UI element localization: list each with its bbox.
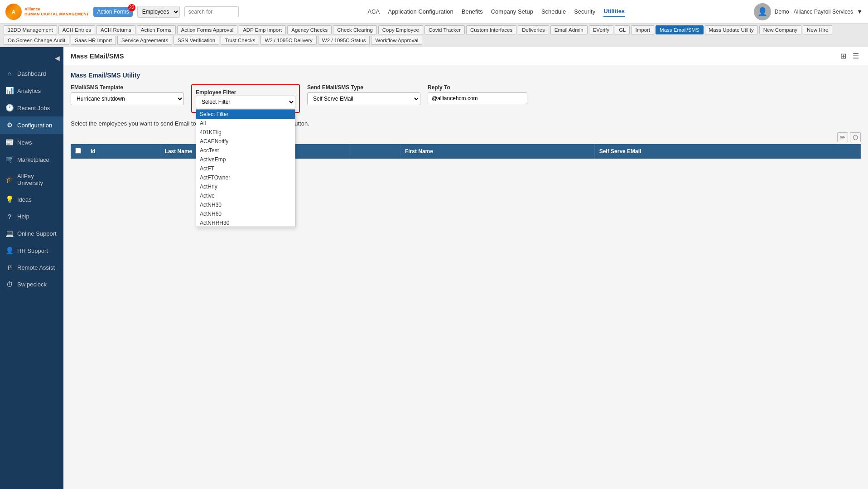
subnav-btn-action-forms-approval[interactable]: Action Forms Approval — [177, 25, 238, 34]
filter-option-11[interactable]: ActNH60 — [196, 209, 295, 218]
send-type-select[interactable]: Self Serve EMail SMS Both — [307, 92, 420, 105]
grid-view-button[interactable]: ⊞ — [839, 51, 848, 61]
nav-item-aca[interactable]: ACA — [367, 6, 380, 17]
filter-option-4[interactable]: AccTest — [196, 146, 295, 155]
filter-select[interactable]: Select Filter — [196, 96, 295, 108]
filter-option-0[interactable]: Select Filter — [196, 110, 295, 119]
sidebar-item-news[interactable]: 📰News — [0, 134, 63, 151]
subnav-btn-trust-checks[interactable]: Trust Checks — [221, 36, 259, 45]
sidebar-label-recent-jobs: Recent Jobs — [17, 105, 50, 111]
subnav-btn-ach-returns[interactable]: ACH Returns — [96, 25, 135, 34]
user-dropdown-icon[interactable]: ▼ — [857, 8, 863, 15]
subnav-btn-email-admin[interactable]: Email Admin — [550, 25, 588, 34]
filter-option-3[interactable]: ACAENotify — [196, 137, 295, 146]
sidebar-item-remote-assist[interactable]: 🖥Remote Assist — [0, 259, 63, 276]
subnav-btn-agency-checks[interactable]: Agency Checks — [287, 25, 332, 34]
subnav-btn-workflow-approval[interactable]: Workflow Approval — [371, 36, 422, 45]
col-spacer — [351, 144, 400, 159]
sidebar-item-marketplace[interactable]: 🛒Marketplace — [0, 151, 63, 168]
sidebar-item-ideas[interactable]: 💡Ideas — [0, 191, 63, 208]
subnav-btn-12dd[interactable]: 12DD Management — [4, 25, 57, 34]
logo-text: Alliance HUMAN CAPITAL MANAGEMENT — [24, 7, 89, 17]
table-edit-button[interactable]: ✏ — [837, 132, 848, 142]
sidebar-item-dashboard[interactable]: ⌂Dashboard — [0, 65, 63, 82]
sidebar-label-online-support: Online Support — [17, 230, 57, 237]
sidebar-item-recent-jobs[interactable]: 🕐Recent Jobs — [0, 99, 63, 116]
subnav-btn-w2-status[interactable]: W2 / 1095C Status — [318, 36, 370, 45]
subnav-btn-everify[interactable]: EVerify — [589, 25, 613, 34]
subnav-btn-deliveries[interactable]: Deliveries — [518, 25, 549, 34]
sidebar-item-configuration[interactable]: ⚙Configuration — [0, 116, 63, 134]
subnav-btn-ach-entries[interactable]: ACH Entries — [58, 25, 95, 34]
subnav-btn-import[interactable]: Import — [631, 25, 654, 34]
sidebar-icon-hr-support: 👤 — [5, 247, 14, 255]
nav-item-app-config[interactable]: Application Configuration — [388, 6, 453, 17]
sidebar-toggle[interactable]: ◀ — [51, 51, 63, 65]
subnav-btn-gl[interactable]: GL — [615, 25, 630, 34]
subnav-btn-new-company[interactable]: New Company — [759, 25, 801, 34]
subnav-btn-ssn-verification[interactable]: SSN Verification — [174, 36, 219, 45]
filter-option-5[interactable]: ActiveEmp — [196, 155, 295, 164]
nav-item-schedule[interactable]: Schedule — [541, 6, 566, 17]
app-wrapper: A Alliance HUMAN CAPITAL MANAGEMENT Acti… — [0, 0, 868, 489]
subnav-btn-mass-email[interactable]: Mass Email/SMS — [656, 25, 704, 34]
filter-option-10[interactable]: ActNH30 — [196, 200, 295, 209]
sidebar-item-allpay-university[interactable]: 🎓AllPay University — [0, 168, 63, 191]
subnav-btn-adp-emp[interactable]: ADP Emp Import — [239, 25, 286, 34]
user-name: Demo - Alliance Payroll Services — [775, 9, 853, 15]
filter-option-2[interactable]: 401KElig — [196, 128, 295, 137]
filter-option-9[interactable]: Active — [196, 191, 295, 200]
filter-option-7[interactable]: ActFTOwner — [196, 173, 295, 182]
reply-to-group: Reply To — [428, 84, 527, 113]
nav-item-security[interactable]: Security — [574, 6, 595, 17]
table-export-button[interactable]: ⬡ — [850, 132, 861, 142]
col-checkbox — [71, 144, 86, 159]
filter-option-8[interactable]: ActHrly — [196, 182, 295, 191]
avatar: 👤 — [754, 3, 771, 20]
send-type-group: Send EMail/SMS Type Self Serve EMail SMS… — [307, 84, 420, 113]
reply-to-input[interactable] — [428, 92, 527, 104]
sidebar-item-help[interactable]: ?Help — [0, 208, 63, 225]
employee-filter-group: Employee Filter Select Filter Select Fil… — [191, 84, 300, 113]
subnav-btn-copy-employee[interactable]: Copy Employee — [378, 25, 423, 34]
sidebar-icon-analytics: 📊 — [5, 87, 14, 95]
list-view-button[interactable]: ☰ — [851, 51, 861, 61]
sidebar-label-analytics: Analytics — [17, 87, 41, 94]
subnav-btn-service-agreements[interactable]: Service Agreements — [117, 36, 172, 45]
sidebar-item-hr-support[interactable]: 👤HR Support — [0, 242, 63, 259]
action-forms-button[interactable]: Action Forms 22 — [93, 7, 133, 17]
filter-option-12[interactable]: ActNHRH30 — [196, 218, 295, 227]
subnav-btn-on-screen[interactable]: On Screen Change Audit — [4, 36, 69, 45]
sidebar-label-remote-assist: Remote Assist — [17, 264, 55, 271]
sidebar-icon-news: 📰 — [5, 138, 14, 146]
subnav-btn-action-forms[interactable]: Action Forms — [137, 25, 176, 34]
sidebar-item-analytics[interactable]: 📊Analytics — [0, 82, 63, 99]
template-select[interactable]: Hurricane shutdown Self Serve EMail Test… — [71, 92, 184, 105]
table-header-row: Id Last Name First Name Self Serve EMail — [71, 144, 861, 159]
employees-select[interactable]: Employees — [137, 6, 180, 18]
subnav-btn-custom-interfaces[interactable]: Custom Interfaces — [466, 25, 516, 34]
subnav-btn-saas-hr[interactable]: Saas HR Import — [71, 36, 116, 45]
select-all-checkbox[interactable] — [75, 148, 81, 154]
sidebar-label-swipeclock: Swipeclock — [17, 281, 47, 288]
filter-option-6[interactable]: ActFT — [196, 164, 295, 173]
search-input[interactable] — [184, 6, 239, 17]
sidebar-label-allpay-university: AllPay University — [17, 173, 58, 186]
sidebar-item-online-support[interactable]: 💻Online Support — [0, 225, 63, 242]
top-bar: A Alliance HUMAN CAPITAL MANAGEMENT Acti… — [0, 0, 868, 24]
filter-option-1[interactable]: All — [196, 119, 295, 128]
nav-item-benefits[interactable]: Benefits — [462, 6, 483, 17]
filter-dropdown[interactable]: Select FilterAll401KEligACAENotifyAccTes… — [196, 109, 295, 227]
subnav-btn-mass-update[interactable]: Mass Update Utility — [705, 25, 758, 34]
sidebar-item-swipeclock[interactable]: ⏱Swipeclock — [0, 276, 63, 293]
col-first-name: First Name — [400, 144, 594, 159]
sidebar-icon-online-support: 💻 — [5, 229, 14, 237]
body-area: ◀ ⌂Dashboard📊Analytics🕐Recent Jobs⚙Confi… — [0, 47, 868, 489]
employee-table: Id Last Name First Name Self Serve EMail — [71, 144, 861, 159]
subnav-btn-w2-delivery[interactable]: W2 / 1095C Delivery — [260, 36, 316, 45]
subnav-btn-check-clearing[interactable]: Check Clearing — [333, 25, 377, 34]
nav-item-company-setup[interactable]: Company Setup — [491, 6, 533, 17]
nav-item-utilities[interactable]: Utilities — [603, 6, 625, 17]
subnav-btn-covid-tracker[interactable]: Covid Tracker — [424, 25, 465, 34]
subnav-btn-new-hire[interactable]: New Hire — [803, 25, 832, 34]
